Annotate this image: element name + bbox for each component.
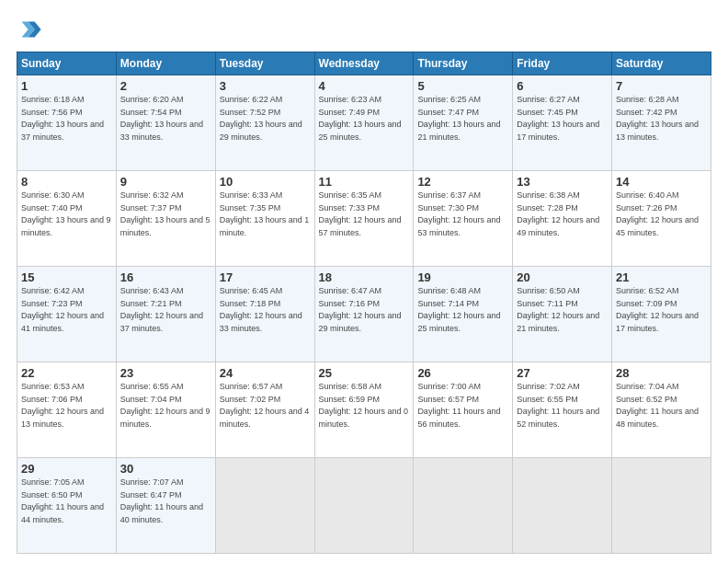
day-number: 20 xyxy=(517,270,608,284)
day-info: Sunrise: 6:23 AMSunset: 7:49 PMDaylight:… xyxy=(319,94,410,144)
calendar-cell: 10Sunrise: 6:33 AMSunset: 7:35 PMDayligh… xyxy=(215,171,314,267)
day-info: Sunrise: 7:07 AMSunset: 6:47 PMDaylight:… xyxy=(120,477,211,526)
col-header-monday: Monday xyxy=(116,52,215,75)
calendar-cell: 27Sunrise: 7:02 AMSunset: 6:55 PMDayligh… xyxy=(513,362,612,458)
day-number: 25 xyxy=(319,366,410,380)
day-info: Sunrise: 6:25 AMSunset: 7:47 PMDaylight:… xyxy=(417,94,508,144)
calendar-cell: 11Sunrise: 6:35 AMSunset: 7:33 PMDayligh… xyxy=(314,171,414,267)
day-info: Sunrise: 7:00 AMSunset: 6:57 PMDaylight:… xyxy=(417,381,508,431)
calendar-row-2: 15Sunrise: 6:42 AMSunset: 7:23 PMDayligh… xyxy=(17,267,711,362)
day-info: Sunrise: 6:18 AMSunset: 7:56 PMDaylight:… xyxy=(21,94,112,144)
day-info: Sunrise: 6:42 AMSunset: 7:23 PMDaylight:… xyxy=(21,285,112,335)
day-number: 21 xyxy=(616,270,707,284)
day-number: 2 xyxy=(120,79,211,93)
day-info: Sunrise: 7:05 AMSunset: 6:50 PMDaylight:… xyxy=(21,477,112,526)
calendar-cell: 9Sunrise: 6:32 AMSunset: 7:37 PMDaylight… xyxy=(116,171,215,267)
calendar-cell: 5Sunrise: 6:25 AMSunset: 7:47 PMDaylight… xyxy=(414,75,513,171)
header xyxy=(17,17,711,42)
day-info: Sunrise: 6:45 AMSunset: 7:18 PMDaylight:… xyxy=(220,285,311,335)
day-number: 14 xyxy=(616,175,707,189)
day-info: Sunrise: 6:57 AMSunset: 7:02 PMDaylight:… xyxy=(220,381,311,431)
day-info: Sunrise: 6:28 AMSunset: 7:42 PMDaylight:… xyxy=(616,94,707,144)
col-header-wednesday: Wednesday xyxy=(314,52,414,75)
col-header-sunday: Sunday xyxy=(17,52,117,75)
calendar-cell: 19Sunrise: 6:48 AMSunset: 7:14 PMDayligh… xyxy=(414,267,513,362)
logo-icon xyxy=(17,17,42,42)
page: SundayMondayTuesdayWednesdayThursdayFrid… xyxy=(0,0,728,563)
day-number: 22 xyxy=(21,366,112,380)
day-info: Sunrise: 6:27 AMSunset: 7:45 PMDaylight:… xyxy=(517,94,608,144)
day-number: 17 xyxy=(220,270,311,284)
calendar-row-0: 1Sunrise: 6:18 AMSunset: 7:56 PMDaylight… xyxy=(17,75,711,171)
calendar-cell: 6Sunrise: 6:27 AMSunset: 7:45 PMDaylight… xyxy=(513,75,612,171)
calendar-cell: 15Sunrise: 6:42 AMSunset: 7:23 PMDayligh… xyxy=(17,267,117,362)
day-info: Sunrise: 6:52 AMSunset: 7:09 PMDaylight:… xyxy=(616,285,707,335)
calendar-cell xyxy=(414,458,513,554)
day-number: 11 xyxy=(319,175,410,189)
day-info: Sunrise: 6:38 AMSunset: 7:28 PMDaylight:… xyxy=(517,190,608,239)
day-info: Sunrise: 6:43 AMSunset: 7:21 PMDaylight:… xyxy=(120,285,211,335)
day-info: Sunrise: 6:32 AMSunset: 7:37 PMDaylight:… xyxy=(120,190,211,239)
day-number: 29 xyxy=(21,462,112,476)
day-number: 6 xyxy=(517,79,608,93)
day-number: 19 xyxy=(417,270,508,284)
day-number: 18 xyxy=(319,270,410,284)
day-number: 24 xyxy=(220,366,311,380)
day-number: 12 xyxy=(417,175,508,189)
calendar-cell: 14Sunrise: 6:40 AMSunset: 7:26 PMDayligh… xyxy=(612,171,711,267)
day-info: Sunrise: 6:37 AMSunset: 7:30 PMDaylight:… xyxy=(417,190,508,239)
calendar-row-1: 8Sunrise: 6:30 AMSunset: 7:40 PMDaylight… xyxy=(17,171,711,267)
day-number: 15 xyxy=(21,270,112,284)
calendar-cell: 7Sunrise: 6:28 AMSunset: 7:42 PMDaylight… xyxy=(612,75,711,171)
day-number: 7 xyxy=(616,79,707,93)
calendar-cell: 16Sunrise: 6:43 AMSunset: 7:21 PMDayligh… xyxy=(116,267,215,362)
day-number: 1 xyxy=(21,79,112,93)
calendar-cell: 28Sunrise: 7:04 AMSunset: 6:52 PMDayligh… xyxy=(612,362,711,458)
calendar-cell xyxy=(612,458,711,554)
calendar-cell: 2Sunrise: 6:20 AMSunset: 7:54 PMDaylight… xyxy=(116,75,215,171)
day-info: Sunrise: 7:02 AMSunset: 6:55 PMDaylight:… xyxy=(517,381,608,431)
day-number: 5 xyxy=(417,79,508,93)
day-number: 30 xyxy=(120,462,211,476)
day-info: Sunrise: 6:53 AMSunset: 7:06 PMDaylight:… xyxy=(21,381,112,431)
day-info: Sunrise: 6:58 AMSunset: 6:59 PMDaylight:… xyxy=(319,381,410,431)
calendar-cell: 17Sunrise: 6:45 AMSunset: 7:18 PMDayligh… xyxy=(215,267,314,362)
calendar-cell: 25Sunrise: 6:58 AMSunset: 6:59 PMDayligh… xyxy=(314,362,414,458)
day-info: Sunrise: 6:22 AMSunset: 7:52 PMDaylight:… xyxy=(220,94,311,144)
col-header-friday: Friday xyxy=(513,52,612,75)
day-number: 23 xyxy=(120,366,211,380)
calendar-cell xyxy=(215,458,314,554)
day-number: 27 xyxy=(517,366,608,380)
calendar-cell: 3Sunrise: 6:22 AMSunset: 7:52 PMDaylight… xyxy=(215,75,314,171)
calendar-cell: 20Sunrise: 6:50 AMSunset: 7:11 PMDayligh… xyxy=(513,267,612,362)
day-info: Sunrise: 6:47 AMSunset: 7:16 PMDaylight:… xyxy=(319,285,410,335)
day-info: Sunrise: 6:55 AMSunset: 7:04 PMDaylight:… xyxy=(120,381,211,431)
day-info: Sunrise: 6:50 AMSunset: 7:11 PMDaylight:… xyxy=(517,285,608,335)
calendar-cell: 13Sunrise: 6:38 AMSunset: 7:28 PMDayligh… xyxy=(513,171,612,267)
calendar-cell: 26Sunrise: 7:00 AMSunset: 6:57 PMDayligh… xyxy=(414,362,513,458)
day-number: 26 xyxy=(417,366,508,380)
calendar-cell: 21Sunrise: 6:52 AMSunset: 7:09 PMDayligh… xyxy=(612,267,711,362)
day-number: 4 xyxy=(319,79,410,93)
day-info: Sunrise: 6:33 AMSunset: 7:35 PMDaylight:… xyxy=(220,190,311,239)
calendar-cell: 1Sunrise: 6:18 AMSunset: 7:56 PMDaylight… xyxy=(17,75,117,171)
calendar-table: SundayMondayTuesdayWednesdayThursdayFrid… xyxy=(17,52,711,554)
day-number: 3 xyxy=(220,79,311,93)
calendar-cell: 4Sunrise: 6:23 AMSunset: 7:49 PMDaylight… xyxy=(314,75,414,171)
calendar-row-3: 22Sunrise: 6:53 AMSunset: 7:06 PMDayligh… xyxy=(17,362,711,458)
day-number: 16 xyxy=(120,270,211,284)
calendar-cell: 18Sunrise: 6:47 AMSunset: 7:16 PMDayligh… xyxy=(314,267,414,362)
col-header-thursday: Thursday xyxy=(414,52,513,75)
col-header-tuesday: Tuesday xyxy=(215,52,314,75)
calendar-cell xyxy=(314,458,414,554)
day-info: Sunrise: 6:40 AMSunset: 7:26 PMDaylight:… xyxy=(616,190,707,239)
calendar-cell: 29Sunrise: 7:05 AMSunset: 6:50 PMDayligh… xyxy=(17,458,117,554)
calendar-cell: 23Sunrise: 6:55 AMSunset: 7:04 PMDayligh… xyxy=(116,362,215,458)
day-info: Sunrise: 6:20 AMSunset: 7:54 PMDaylight:… xyxy=(120,94,211,144)
calendar-cell: 30Sunrise: 7:07 AMSunset: 6:47 PMDayligh… xyxy=(116,458,215,554)
day-info: Sunrise: 7:04 AMSunset: 6:52 PMDaylight:… xyxy=(616,381,707,431)
day-number: 28 xyxy=(616,366,707,380)
day-info: Sunrise: 6:48 AMSunset: 7:14 PMDaylight:… xyxy=(417,285,508,335)
calendar-cell: 8Sunrise: 6:30 AMSunset: 7:40 PMDaylight… xyxy=(17,171,117,267)
day-number: 13 xyxy=(517,175,608,189)
